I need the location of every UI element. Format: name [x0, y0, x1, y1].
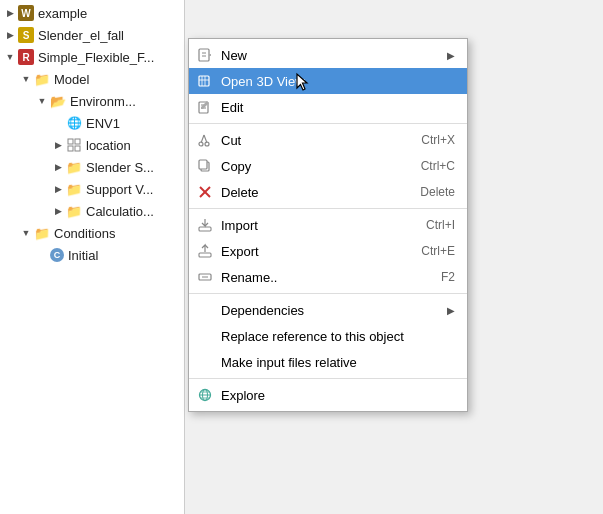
expand-arrow-support-v [52, 183, 64, 195]
separator-4 [189, 378, 467, 379]
icon-w-example: W [18, 5, 34, 21]
menu-label-rename: Rename.. [221, 270, 421, 285]
shortcut-delete: Delete [420, 185, 455, 199]
copy-icon [195, 156, 215, 176]
svg-rect-9 [199, 76, 209, 86]
menu-label-replace-ref: Replace reference to this object [221, 329, 455, 344]
menu-item-explore[interactable]: Explore [189, 382, 467, 408]
expand-arrow-slender [4, 29, 16, 41]
tree-item-environm[interactable]: 📂 Environm... [0, 90, 184, 112]
tree-item-simple-flexible[interactable]: R Simple_Flexible_F... [0, 46, 184, 68]
menu-label-delete: Delete [221, 185, 400, 200]
menu-item-make-input[interactable]: Make input files relative [189, 349, 467, 375]
expand-arrow-initial [36, 249, 48, 261]
tree-item-model[interactable]: 📁 Model [0, 68, 184, 90]
label-slender-s: Slender S... [86, 160, 184, 175]
tree-panel: W example S Slender_el_fall R Simple_Fle… [0, 0, 185, 514]
folder-icon-environm: 📂 [50, 93, 66, 109]
menu-item-copy[interactable]: Copy Ctrl+C [189, 153, 467, 179]
icon-c-initial: C [50, 248, 64, 262]
menu-item-import[interactable]: Import Ctrl+I [189, 212, 467, 238]
tree-item-support-v[interactable]: 📁 Support V... [0, 178, 184, 200]
expand-arrow-simple-flexible [4, 51, 16, 63]
label-location: location [86, 138, 184, 153]
shortcut-rename: F2 [441, 270, 455, 284]
menu-label-edit: Edit [221, 100, 455, 115]
tree-item-initial[interactable]: C Initial [0, 244, 184, 266]
folder-icon-model: 📁 [34, 71, 50, 87]
menu-item-cut[interactable]: Cut Ctrl+X [189, 127, 467, 153]
new-icon [195, 45, 215, 65]
cut-icon [195, 130, 215, 150]
menu-label-make-input: Make input files relative [221, 355, 455, 370]
menu-item-delete[interactable]: Delete Delete [189, 179, 467, 205]
separator-2 [189, 208, 467, 209]
separator-3 [189, 293, 467, 294]
expand-arrow-conditions [20, 227, 32, 239]
folder-icon-calculatio: 📁 [66, 203, 82, 219]
explore-icon [195, 385, 215, 405]
tree-item-calculatio[interactable]: 📁 Calculatio... [0, 200, 184, 222]
shortcut-import: Ctrl+I [426, 218, 455, 232]
expand-arrow-env1 [52, 117, 64, 129]
expand-arrow-calculatio [52, 205, 64, 217]
export-icon [195, 241, 215, 261]
svg-rect-26 [199, 253, 211, 257]
menu-item-export[interactable]: Export Ctrl+E [189, 238, 467, 264]
3d-icon [195, 71, 215, 91]
menu-label-cut: Cut [221, 133, 401, 148]
shortcut-copy: Ctrl+C [421, 159, 455, 173]
svg-line-18 [201, 135, 204, 143]
label-conditions: Conditions [54, 226, 184, 241]
menu-item-open-3d-view[interactable]: Open 3D View [189, 68, 467, 94]
globe-icon-env1: 🌐 [66, 115, 82, 131]
menu-label-open-3d-view: Open 3D View [221, 74, 455, 89]
replace-ref-icon [195, 326, 215, 346]
folder-icon-support-v: 📁 [66, 181, 82, 197]
label-simple-flexible: Simple_Flexible_F... [38, 50, 184, 65]
tree-item-env1[interactable]: 🌐 ENV1 [0, 112, 184, 134]
tree-item-location[interactable]: location [0, 134, 184, 156]
menu-label-export: Export [221, 244, 401, 259]
label-env1: ENV1 [86, 116, 184, 131]
grid-icon-location [66, 137, 82, 153]
dependencies-icon [195, 300, 215, 320]
label-support-v: Support V... [86, 182, 184, 197]
tree-item-slender-el-fall[interactable]: S Slender_el_fall [0, 24, 184, 46]
svg-rect-0 [68, 139, 73, 144]
menu-label-import: Import [221, 218, 406, 233]
folder-icon-conditions: 📁 [34, 225, 50, 241]
tree-item-slender-s[interactable]: 📁 Slender S... [0, 156, 184, 178]
make-input-icon [195, 352, 215, 372]
folder-icon-slender-s: 📁 [66, 159, 82, 175]
menu-label-dependencies: Dependencies [221, 303, 441, 318]
shortcut-cut: Ctrl+X [421, 133, 455, 147]
menu-item-dependencies[interactable]: Dependencies ▶ [189, 297, 467, 323]
menu-item-replace-ref[interactable]: Replace reference to this object [189, 323, 467, 349]
expand-arrow-location [52, 139, 64, 151]
menu-item-edit[interactable]: Edit [189, 94, 467, 120]
label-calculatio: Calculatio... [86, 204, 184, 219]
import-icon [195, 215, 215, 235]
menu-item-new[interactable]: New ▶ [189, 42, 467, 68]
tree-item-conditions[interactable]: 📁 Conditions [0, 222, 184, 244]
tree-item-example[interactable]: W example [0, 2, 184, 24]
context-menu: New ▶ Open 3D View Edit Cut Ctrl+X Copy … [188, 38, 468, 412]
expand-arrow-model [20, 73, 32, 85]
svg-rect-2 [68, 146, 73, 151]
submenu-arrow-dependencies: ▶ [447, 305, 455, 316]
menu-item-rename[interactable]: Rename.. F2 [189, 264, 467, 290]
rename-icon [195, 267, 215, 287]
label-initial: Initial [68, 248, 184, 263]
label-environm: Environm... [70, 94, 184, 109]
submenu-arrow-new: ▶ [447, 50, 455, 61]
svg-rect-21 [199, 160, 207, 169]
expand-arrow-example [4, 7, 16, 19]
svg-line-19 [204, 135, 207, 143]
delete-icon [195, 182, 215, 202]
svg-rect-3 [75, 146, 80, 151]
icon-r-simple-flexible: R [18, 49, 34, 65]
svg-rect-4 [199, 49, 209, 61]
menu-label-explore: Explore [221, 388, 455, 403]
label-slender-el-fall: Slender_el_fall [38, 28, 184, 43]
